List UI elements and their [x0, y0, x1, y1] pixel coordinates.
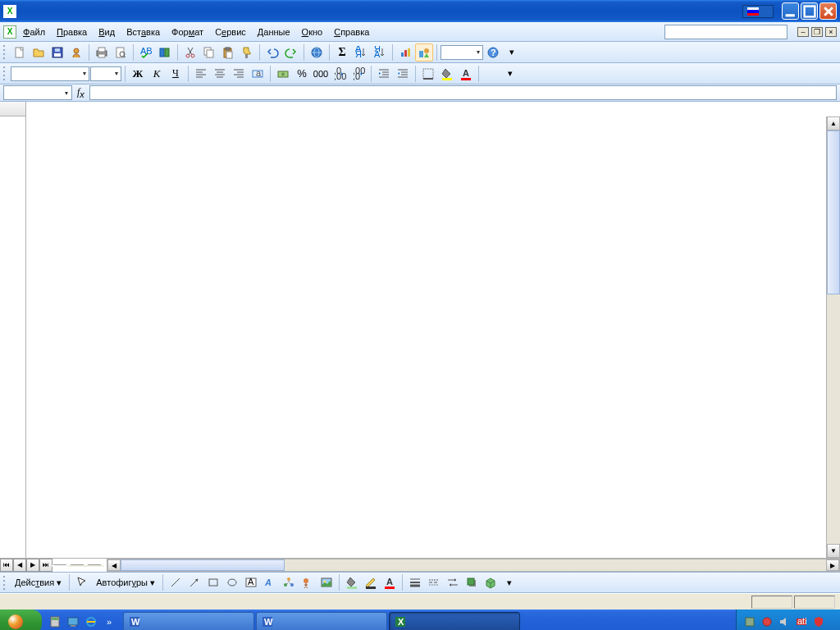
line-style-icon[interactable] — [406, 573, 424, 591]
redo-icon[interactable] — [282, 43, 300, 62]
save-icon[interactable] — [48, 43, 66, 62]
tray-volume-icon[interactable] — [778, 615, 791, 628]
fill-color-icon[interactable] — [438, 65, 456, 83]
minimize-button[interactable] — [782, 2, 799, 20]
font-color-icon[interactable]: A — [457, 65, 475, 83]
toolbar-grip[interactable] — [3, 44, 7, 61]
permission-icon[interactable] — [67, 43, 85, 62]
drawing-icon[interactable] — [415, 43, 433, 62]
tab-prev-button[interactable]: ◀ — [13, 559, 26, 572]
chart-icon[interactable] — [396, 43, 414, 62]
toolbar-options-icon[interactable]: ▾ — [500, 573, 518, 591]
arrow-style-icon[interactable] — [444, 573, 462, 591]
row-headers[interactable] — [0, 116, 26, 558]
scroll-right-button[interactable]: ▶ — [826, 559, 839, 571]
hyperlink-icon[interactable] — [308, 43, 326, 62]
select-objects-icon[interactable] — [73, 573, 91, 591]
increase-indent-icon[interactable] — [394, 65, 412, 83]
autoformat-button[interactable] — [482, 65, 500, 83]
autosum-icon[interactable]: Σ — [333, 43, 351, 62]
undo-icon[interactable] — [263, 43, 281, 62]
cut-icon[interactable] — [181, 43, 199, 62]
task-word1[interactable]: W — [123, 612, 254, 630]
line-color-icon[interactable] — [362, 573, 380, 591]
scroll-up-button[interactable]: ▲ — [827, 116, 840, 130]
clipart-icon[interactable] — [299, 573, 317, 591]
font-color-icon[interactable]: A — [381, 573, 399, 591]
textbox-icon[interactable]: A — [242, 573, 260, 591]
system-tray[interactable]: ati — [736, 609, 840, 630]
language-indicator[interactable] — [742, 5, 774, 18]
borders-icon[interactable] — [419, 65, 437, 83]
tab-last-button[interactable]: ⏭ — [39, 559, 52, 572]
toolbar-grip[interactable] — [3, 66, 7, 82]
tab-first-button[interactable]: ⏮ — [0, 559, 13, 572]
align-left-icon[interactable] — [192, 65, 210, 83]
tray-shield-icon[interactable] — [812, 615, 825, 628]
diagram-icon[interactable] — [280, 573, 298, 591]
research-icon[interactable] — [156, 43, 174, 62]
cells-area[interactable] — [26, 116, 826, 558]
sheet-tab-2[interactable] — [67, 564, 87, 567]
wb-close-button[interactable]: × — [825, 27, 837, 37]
increase-decimal-icon[interactable]: ,0,00 — [331, 65, 349, 83]
open-icon[interactable] — [30, 43, 48, 62]
worksheet-grid[interactable]: ▲ ▼ — [0, 102, 840, 558]
toolbar-grip[interactable] — [3, 574, 7, 591]
ql-desktop-icon[interactable] — [65, 613, 81, 630]
menu-service[interactable]: Сервис — [210, 25, 251, 39]
new-icon[interactable] — [11, 43, 29, 62]
sort-asc-icon[interactable]: АЯ — [352, 43, 370, 62]
menu-insert[interactable]: Вставка — [121, 25, 165, 39]
underline-button[interactable]: Ч — [167, 65, 185, 83]
wb-minimize-button[interactable]: – — [797, 27, 809, 37]
bold-button[interactable]: Ж — [129, 65, 147, 83]
sort-desc-icon[interactable]: ЯА — [371, 43, 389, 62]
rectangle-icon[interactable] — [204, 573, 222, 591]
menu-format[interactable]: Формат — [167, 25, 208, 39]
preview-icon[interactable] — [112, 43, 130, 62]
menu-data[interactable]: Данные — [253, 25, 295, 39]
font-size-combo[interactable] — [90, 66, 121, 81]
insert-picture-icon[interactable] — [317, 573, 336, 591]
line-icon[interactable] — [167, 573, 185, 591]
fx-icon[interactable]: fx — [77, 86, 84, 99]
tray-icon[interactable] — [760, 615, 774, 628]
menu-window[interactable]: Окно — [297, 25, 328, 39]
merge-center-icon[interactable]: a — [249, 65, 267, 83]
format-painter-icon[interactable] — [238, 43, 256, 62]
tray-icon[interactable] — [743, 615, 756, 628]
toolbar-options-icon[interactable]: ▾ — [501, 65, 519, 83]
help-icon[interactable]: ? — [484, 43, 502, 62]
font-name-combo[interactable] — [11, 66, 89, 81]
menu-edit[interactable]: Правка — [52, 25, 92, 39]
task-excel[interactable]: X — [389, 612, 520, 630]
scroll-thumb[interactable] — [121, 559, 285, 571]
formula-input[interactable] — [89, 85, 837, 100]
comma-icon[interactable]: 000 — [312, 65, 330, 83]
3d-icon[interactable] — [482, 573, 500, 591]
arrow-icon[interactable] — [185, 573, 203, 591]
print-icon[interactable] — [93, 43, 111, 62]
sheet-tab-3[interactable] — [84, 564, 104, 567]
autoshapes-menu[interactable]: Автофигуры ▾ — [92, 573, 159, 591]
menu-help[interactable]: Справка — [329, 25, 374, 39]
wordart-icon[interactable]: A — [261, 573, 279, 591]
paste-icon[interactable] — [219, 43, 237, 62]
select-all-corner[interactable] — [0, 102, 26, 116]
maximize-button[interactable] — [801, 2, 818, 20]
tray-icon[interactable]: ati — [795, 615, 808, 628]
toolbar-options-icon[interactable]: ▾ — [503, 43, 521, 62]
ask-question-input[interactable] — [664, 25, 788, 39]
close-button[interactable] — [819, 2, 837, 20]
oval-icon[interactable] — [223, 573, 241, 591]
decrease-decimal-icon[interactable]: ,00,0 — [349, 65, 368, 83]
ql-ie-icon[interactable] — [83, 613, 99, 630]
currency-icon[interactable] — [274, 65, 292, 83]
percent-icon[interactable]: % — [293, 65, 311, 83]
zoom-combo[interactable] — [441, 45, 483, 60]
copy-icon[interactable] — [200, 43, 218, 62]
scroll-left-button[interactable]: ◀ — [107, 559, 121, 571]
ql-chevron-icon[interactable]: » — [101, 613, 117, 630]
fill-color-icon[interactable] — [343, 573, 361, 591]
